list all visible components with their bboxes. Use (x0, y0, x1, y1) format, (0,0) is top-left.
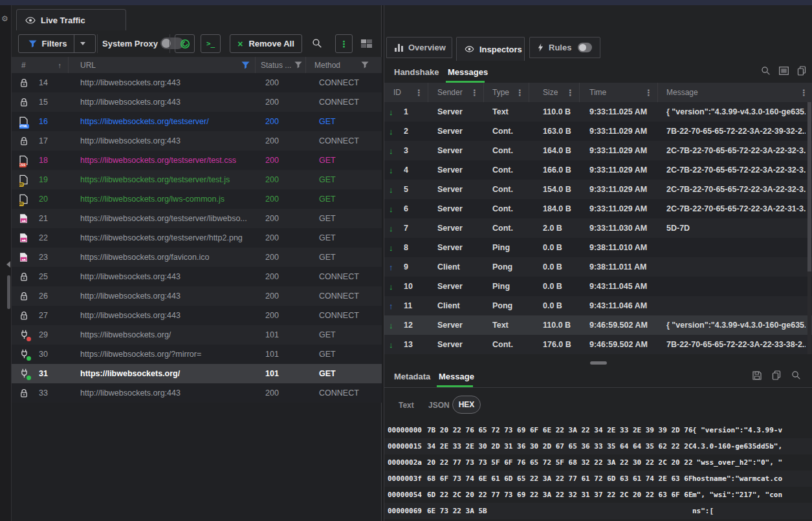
column-header-id[interactable]: ID⋮ (384, 83, 428, 102)
request-row[interactable]: 23https://libwebsockets.org/favicon.ico2… (12, 248, 382, 267)
request-row[interactable]: JS20https://libwebsockets.org/lws-common… (12, 189, 382, 209)
message-time: 9:46:59.502 AM (589, 335, 657, 354)
format-hex-button[interactable]: HEX (452, 396, 481, 414)
live-traffic-panel: Live Traffic Filters System Proxy >_ × (12, 5, 382, 521)
message-preview (666, 277, 806, 296)
tab-inspectors[interactable]: Inspectors (456, 37, 525, 61)
splitter-drag-handle[interactable] (590, 361, 607, 365)
filters-button-main[interactable]: Filters (22, 35, 74, 52)
save-icon[interactable] (752, 371, 762, 380)
column-header-message[interactable]: Message⋮ (658, 83, 812, 102)
request-number: 31 (39, 364, 70, 383)
tab-message[interactable]: Message (439, 372, 474, 381)
search-icon[interactable] (312, 38, 322, 48)
message-row[interactable]: ↓1ServerText110.0 B9:33:11.025 AM{ "vers… (384, 102, 812, 122)
column-menu-icon[interactable]: ⋮ (415, 88, 423, 98)
message-sender: Server (437, 102, 483, 122)
message-row[interactable]: ↓6ServerCont.184.0 B9:33:11.029 AM2C-7B-… (384, 199, 812, 218)
tab-overview[interactable]: Overview (386, 37, 452, 58)
message-row[interactable]: ↓8ServerPing0.0 B9:38:11.010 AM (384, 238, 812, 257)
request-row[interactable]: 15http://libwebsockets.org:443200CONNECT (12, 92, 382, 112)
request-row[interactable]: HTML16https://libwebsockets.org/testserv… (12, 112, 382, 131)
column-header-sender[interactable]: Sender⋮ (428, 83, 484, 102)
tab-metadata[interactable]: Metadata (394, 372, 430, 381)
message-preview (666, 296, 806, 315)
request-row[interactable]: 17http://libwebsockets.org:443200CONNECT (12, 131, 382, 151)
message-time: 9:43:11.045 AM (589, 277, 657, 296)
column-menu-icon[interactable]: ⋮ (566, 88, 575, 98)
message-row[interactable]: ↓2ServerCont.163.0 B9:33:11.029 AM7B-22-… (384, 122, 812, 141)
message-row[interactable]: ↑9ClientPong0.0 B9:38:11.011 AM (384, 257, 812, 277)
request-row[interactable]: 22https://libwebsockets.org/testserver/h… (12, 228, 382, 248)
message-row[interactable]: ↓10ServerPing0.0 B9:43:11.045 AM (384, 277, 812, 296)
column-header-time[interactable]: Time⋮ (580, 83, 658, 102)
subtab-handshake[interactable]: Handshake (394, 67, 439, 77)
request-row[interactable]: 33http://libwebsockets.org:443200CONNECT (12, 383, 382, 403)
message-time: 9:38:11.011 AM (589, 257, 657, 277)
message-sender: Server (437, 199, 483, 218)
url-filter-funnel-icon[interactable] (241, 61, 250, 69)
search-icon[interactable] (761, 66, 771, 76)
terminal-button[interactable]: >_ (201, 34, 221, 53)
format-json-button[interactable]: JSON (428, 401, 450, 410)
collapse-panel-arrow-icon[interactable] (6, 261, 10, 268)
server-download-arrow-icon: ↓ (389, 277, 401, 296)
column-header-type[interactable]: Type⋮ (484, 83, 529, 102)
message-row[interactable]: ↑11ClientPong0.0 B9:43:11.046 AM (384, 296, 812, 315)
image-preview-icon[interactable] (779, 67, 789, 75)
request-method: CONNECT (319, 306, 379, 325)
message-preview: 2C-7B-22-70-65-65-72-22-3A-22-32-3... (666, 141, 806, 160)
tab-rules[interactable]: Rules (529, 37, 600, 58)
request-row[interactable]: JS19https://libwebsockets.org/testserver… (12, 170, 382, 189)
sort-ascending-icon[interactable]: ↑ (58, 61, 62, 69)
layout-icon[interactable] (361, 39, 372, 48)
message-row[interactable]: ↓7ServerCont.2.0 B9:33:11.030 AM5D-7D (384, 218, 812, 238)
request-row[interactable]: 27http://libwebsockets.org:443200CONNECT (12, 306, 382, 325)
message-row[interactable]: ↓5ServerCont.154.0 B9:33:11.029 AM2C-7B-… (384, 180, 812, 199)
lightning-bolt-icon (538, 43, 543, 52)
scrollbar-thumb[interactable] (807, 102, 811, 271)
copy-icon[interactable] (772, 370, 781, 380)
request-row[interactable]: 31https://libwebsockets.org/101GET (12, 364, 382, 383)
request-row[interactable]: CSS18https://libwebsockets.org/testserve… (12, 151, 382, 170)
request-number: 33 (39, 383, 70, 403)
request-row[interactable]: 21https://libwebsockets.org/testserver/l… (12, 209, 382, 228)
status-filter-funnel-icon[interactable] (294, 61, 302, 69)
message-row[interactable]: ↓12ServerText110.0 B9:46:59.502 AM{ "ver… (384, 315, 812, 335)
tab-live-traffic[interactable]: Live Traffic (16, 9, 126, 30)
method-filter-funnel-icon[interactable] (361, 61, 369, 69)
column-header-size[interactable]: Size⋮ (529, 83, 580, 102)
request-row[interactable]: 26http://libwebsockets.org:443200CONNECT (12, 286, 382, 306)
request-row[interactable]: 25http://libwebsockets.org:443200CONNECT (12, 267, 382, 286)
format-text-button[interactable]: Text (399, 401, 414, 410)
subtab-messages[interactable]: Messages (448, 67, 488, 77)
request-row[interactable]: 29https://libwebsockets.org/101GET (12, 325, 382, 345)
column-menu-icon[interactable]: ⋮ (516, 88, 524, 98)
column-menu-icon[interactable]: ⋮ (800, 88, 808, 98)
remove-all-button[interactable]: × Remove All (230, 34, 302, 53)
column-menu-icon[interactable]: ⋮ (470, 88, 479, 98)
filters-dropdown-button[interactable] (74, 35, 92, 52)
column-header-status[interactable]: Status ... (256, 57, 306, 73)
message-row[interactable]: ↓3ServerCont.164.0 B9:33:11.029 AM2C-7B-… (384, 141, 812, 160)
message-row[interactable]: ↓4ServerCont.166.0 B9:33:11.029 AM2C-7B-… (384, 160, 812, 180)
server-download-arrow-icon: ↓ (389, 141, 401, 160)
column-header-number[interactable]: # ↑ (12, 57, 69, 73)
column-message-label: Message (666, 88, 698, 97)
copy-icon[interactable] (797, 66, 806, 76)
search-icon[interactable] (791, 370, 801, 380)
rules-toggle[interactable] (578, 43, 592, 52)
messages-scrollbar[interactable] (807, 102, 811, 354)
more-options-button[interactable]: ⋮ (335, 34, 353, 53)
message-row[interactable]: ↓13ServerCont.176.0 B9:46:59.502 AM7B-22… (384, 335, 812, 354)
column-header-url[interactable]: URL (69, 57, 256, 73)
column-header-method[interactable]: Method (306, 57, 373, 73)
request-row[interactable]: 14http://libwebsockets.org:443200CONNECT (12, 73, 382, 92)
request-status: 200 (265, 92, 311, 112)
gear-icon[interactable]: ⚙ (1, 14, 8, 23)
filters-button[interactable]: Filters (18, 34, 96, 53)
request-row[interactable]: 30https://libwebsockets.org/?mirror=101G… (12, 345, 382, 364)
capture-button[interactable] (175, 34, 195, 53)
rail-scrollbar-thumb[interactable] (7, 275, 10, 309)
column-menu-icon[interactable]: ⋮ (644, 88, 653, 98)
